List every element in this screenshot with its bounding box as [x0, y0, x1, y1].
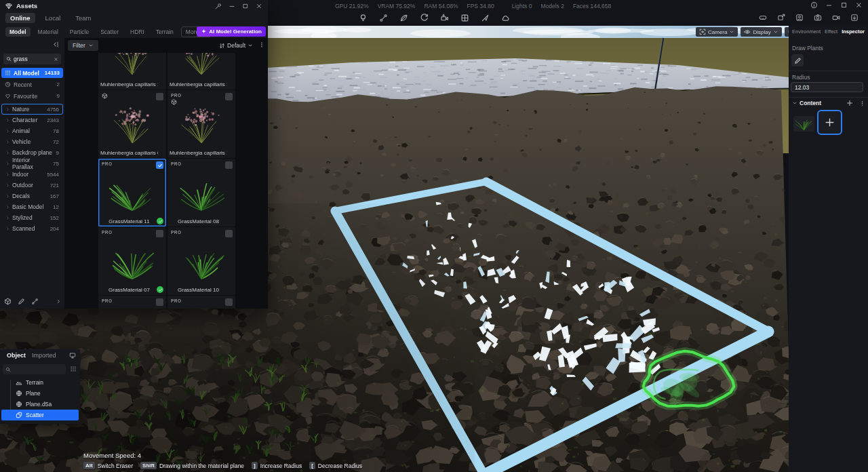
- asset-checkbox[interactable]: [225, 298, 233, 306]
- box-icon[interactable]: [4, 298, 12, 305]
- type-tab-particle[interactable]: Particle: [66, 27, 93, 37]
- maximize-icon[interactable]: [840, 1, 848, 9]
- screenshot-button[interactable]: [849, 12, 860, 23]
- type-tab-scatter[interactable]: Scatter: [96, 27, 123, 37]
- sort-dropdown[interactable]: Default: [216, 40, 256, 51]
- grid-menu-kebab-icon[interactable]: [258, 41, 265, 48]
- leaf-tool-button[interactable]: [398, 12, 409, 23]
- asset-checkbox[interactable]: [225, 161, 233, 169]
- pencil-icon: [794, 57, 802, 64]
- asset-card-muhlenbergia-capillaris-11[interactable]: Muhlenbergia capillaris 11: [167, 53, 235, 90]
- camera-add-tool-button[interactable]: [439, 12, 450, 23]
- asset-name: Muhlenbergia capillaris 11: [170, 81, 227, 87]
- chevron-right-icon[interactable]: [56, 298, 62, 304]
- add-content-tile[interactable]: [817, 110, 842, 135]
- light-tool-button[interactable]: [357, 12, 368, 23]
- category-character[interactable]: Character2343: [1, 115, 63, 125]
- quick-filter-recent[interactable]: Recent2: [1, 79, 63, 90]
- vr-glasses-button[interactable]: [757, 12, 768, 23]
- object-search-box[interactable]: [3, 364, 66, 374]
- asset-checkbox[interactable]: [156, 161, 163, 169]
- category-vehicle[interactable]: Vehicle72: [1, 136, 63, 147]
- category-basic-model[interactable]: Basic Model12: [1, 201, 63, 212]
- draw-brush-button[interactable]: [791, 54, 804, 66]
- asset-card[interactable]: PRO: [98, 296, 166, 309]
- type-tab-hdri[interactable]: HDRI: [126, 27, 149, 37]
- quick-filter-all-model[interactable]: All Model14133: [1, 68, 63, 78]
- close-icon[interactable]: [256, 3, 262, 9]
- avatar-button[interactable]: [794, 12, 805, 23]
- asset-checkbox[interactable]: [225, 93, 233, 100]
- asset-card-grassmaterial-10[interactable]: PROGrassMaterial 10: [167, 227, 235, 295]
- camera-dropdown[interactable]: Camera: [696, 27, 738, 37]
- assets-search-input[interactable]: [14, 56, 52, 62]
- object-item-plane-d5a[interactable]: Plane.d5a: [1, 399, 79, 410]
- quick-filter-favourite[interactable]: Favourite9: [1, 91, 63, 101]
- chevron-down-icon[interactable]: [792, 100, 797, 106]
- cloud-tool-button[interactable]: [500, 12, 511, 23]
- info-icon[interactable]: [810, 1, 818, 9]
- asset-card-grassmaterial-11[interactable]: PROGrassMaterial 11: [98, 159, 166, 227]
- category-nature[interactable]: Nature4756: [1, 104, 63, 115]
- category-stylized[interactable]: Stylized152: [1, 212, 63, 223]
- asset-checkbox[interactable]: [225, 230, 233, 237]
- category-indoor[interactable]: Indoor5544: [1, 169, 63, 180]
- bone-tool-button[interactable]: [378, 12, 389, 23]
- object-item-terrain[interactable]: Terrain: [1, 377, 79, 388]
- inspector-tab-effect[interactable]: Effect: [825, 28, 837, 35]
- video-button[interactable]: [831, 12, 842, 23]
- source-tab-online[interactable]: Online: [5, 13, 35, 23]
- type-tab-material[interactable]: Material: [34, 27, 62, 37]
- minimize-icon[interactable]: [229, 3, 235, 9]
- object-item-plane[interactable]: Plane: [1, 388, 79, 399]
- asset-card-grassmaterial-08[interactable]: PROGrassMaterial 08: [167, 159, 235, 227]
- source-tab-team[interactable]: Team: [71, 13, 96, 23]
- inspector-tab-inspector[interactable]: Inspector: [842, 28, 865, 35]
- asset-card-grassmaterial-07[interactable]: PROGrassMaterial 07: [98, 227, 166, 295]
- category-decals[interactable]: Decals167: [1, 191, 63, 201]
- type-tab-terrain[interactable]: Terrain: [152, 27, 178, 37]
- close-icon[interactable]: [855, 1, 863, 9]
- photo-button[interactable]: [812, 12, 823, 23]
- source-tab-local[interactable]: Local: [41, 13, 66, 23]
- asset-checkbox[interactable]: [156, 230, 163, 237]
- category-interior-parallax[interactable]: Interior Parallax75: [1, 158, 63, 169]
- category-scanned[interactable]: Scanned204: [1, 223, 63, 234]
- clear-search-icon[interactable]: [54, 57, 58, 62]
- asset-card-muhlenbergia-capillaris-12[interactable]: PROMuhlenbergia capillaris 12: [167, 90, 235, 158]
- category-animal[interactable]: Animal78: [1, 125, 63, 136]
- minimize-icon[interactable]: [825, 1, 833, 9]
- collapse-sidebar-icon[interactable]: [52, 41, 60, 48]
- asset-card[interactable]: PRO: [167, 296, 235, 309]
- object-view-grid-icon[interactable]: [70, 366, 77, 372]
- display-dropdown[interactable]: Display: [741, 27, 781, 37]
- pointer-tool-button[interactable]: [479, 12, 490, 23]
- type-tab-model[interactable]: Model: [5, 27, 31, 37]
- asset-checkbox[interactable]: [156, 93, 163, 100]
- ai-model-generation-button[interactable]: AI Model Generation: [197, 26, 266, 37]
- maximize-icon[interactable]: [242, 3, 249, 9]
- radius-input[interactable]: [791, 82, 863, 92]
- pencil-icon[interactable]: [18, 298, 25, 305]
- object-tab-object[interactable]: Object: [7, 352, 26, 359]
- export-image-button[interactable]: [776, 12, 787, 23]
- bone-icon[interactable]: [31, 298, 39, 305]
- render-grid-tool-button[interactable]: [459, 12, 470, 23]
- assets-titlebar[interactable]: Assets: [0, 0, 268, 12]
- add-content-icon[interactable]: [846, 100, 853, 106]
- asset-card-muhlenbergia-capillaris-13[interactable]: Muhlenbergia capillaris 13: [98, 53, 166, 90]
- asset-checkbox[interactable]: [156, 298, 163, 306]
- asset-card-muhlenbergia-capillaris-09[interactable]: Muhlenbergia capillaris 09: [98, 90, 166, 158]
- filter-button[interactable]: Filter: [68, 40, 98, 51]
- inspector-tab-environment[interactable]: Environment: [792, 28, 821, 35]
- sun-rotate-tool-button[interactable]: [418, 12, 429, 23]
- object-tab-imported[interactable]: Imported: [32, 352, 56, 359]
- content-menu-kebab-icon[interactable]: [859, 100, 865, 106]
- object-item-scatter[interactable]: Scatter: [1, 410, 79, 420]
- category-outdoor[interactable]: Outdoor721: [1, 180, 63, 191]
- content-grass-thumbnail[interactable]: [793, 116, 814, 132]
- asset-cards-scroll[interactable]: Muhlenbergia capillaris 13Muhlenbergia c…: [64, 53, 268, 309]
- panel-collapse-icon[interactable]: [69, 352, 76, 359]
- pin-icon[interactable]: [215, 3, 222, 9]
- object-label: Plane: [26, 390, 41, 397]
